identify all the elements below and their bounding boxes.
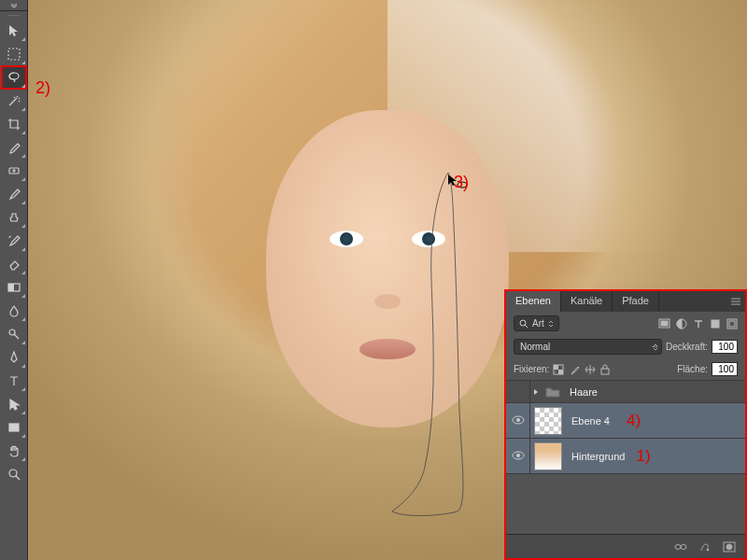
panel-menu-button[interactable] bbox=[726, 291, 745, 312]
svg-point-23 bbox=[516, 454, 520, 457]
tab-ebenen[interactable]: Ebenen bbox=[506, 291, 561, 312]
toolbar-grip[interactable] bbox=[0, 11, 27, 19]
filter-type-icon[interactable] bbox=[693, 318, 704, 329]
svg-rect-6 bbox=[9, 424, 19, 431]
fill-label: Fläche: bbox=[677, 364, 708, 374]
layer-hintergrund[interactable]: Hintergrund 1) bbox=[506, 439, 745, 474]
filter-pixel-icon[interactable] bbox=[658, 318, 670, 329]
svg-point-25 bbox=[681, 544, 686, 549]
layer-style-icon[interactable] bbox=[698, 541, 712, 553]
lock-all-icon[interactable] bbox=[600, 364, 610, 375]
panel-tabs: Ebenen Kanäle Pfade bbox=[506, 291, 745, 312]
tools-toolbar bbox=[0, 0, 28, 560]
pen-tool[interactable] bbox=[2, 346, 26, 369]
gradient-tool[interactable] bbox=[2, 276, 26, 299]
move-tool[interactable] bbox=[2, 20, 26, 42]
svg-rect-0 bbox=[8, 49, 20, 60]
svg-point-7 bbox=[9, 469, 17, 477]
visibility-eye-icon[interactable] bbox=[512, 451, 525, 462]
rectangle-tool[interactable] bbox=[2, 416, 26, 439]
filter-label: Art bbox=[532, 318, 544, 329]
layers-panel-footer bbox=[506, 534, 745, 558]
lock-pixels-icon[interactable] bbox=[569, 364, 580, 375]
svg-point-24 bbox=[675, 544, 681, 549]
lock-transparency-icon[interactable] bbox=[553, 364, 564, 375]
layer-thumbnail bbox=[534, 442, 562, 470]
layer-ebene-4[interactable]: Ebene 4 4) bbox=[506, 403, 745, 439]
path-selection-tool[interactable] bbox=[2, 393, 26, 415]
healing-brush-tool[interactable] bbox=[2, 160, 26, 182]
svg-rect-11 bbox=[661, 321, 668, 326]
layer-group-haare[interactable]: Haare bbox=[506, 381, 745, 403]
layer-name: Haare bbox=[570, 386, 598, 398]
lock-position-icon[interactable] bbox=[585, 364, 596, 375]
svg-rect-4 bbox=[8, 284, 14, 291]
expand-icon[interactable] bbox=[530, 388, 542, 396]
tab-kanaele[interactable]: Kanäle bbox=[561, 291, 613, 312]
filter-shape-icon[interactable] bbox=[710, 318, 721, 329]
layer-name: Hintergrund bbox=[571, 451, 625, 462]
brush-tool[interactable] bbox=[2, 183, 26, 205]
zoom-tool[interactable] bbox=[2, 463, 26, 485]
blend-mode-select[interactable]: Normal bbox=[514, 339, 662, 355]
svg-point-1 bbox=[9, 73, 19, 79]
clone-stamp-tool[interactable] bbox=[2, 206, 26, 229]
svg-rect-19 bbox=[601, 369, 609, 374]
dodge-tool[interactable] bbox=[2, 323, 26, 345]
svg-rect-13 bbox=[712, 320, 719, 328]
svg-point-28 bbox=[726, 544, 732, 550]
filter-adjustment-icon[interactable] bbox=[676, 318, 687, 329]
opacity-label: Deckkraft: bbox=[666, 342, 708, 352]
link-layers-icon[interactable] bbox=[674, 542, 687, 552]
layer-mask-icon[interactable] bbox=[723, 541, 736, 553]
layer-name: Ebene 4 bbox=[571, 415, 610, 427]
hand-tool[interactable] bbox=[2, 440, 26, 462]
lock-label: Fixieren: bbox=[514, 364, 549, 374]
layer-thumbnail bbox=[534, 407, 562, 435]
fill-input[interactable]: 100 bbox=[712, 362, 738, 376]
eraser-tool[interactable] bbox=[2, 253, 26, 275]
type-tool[interactable] bbox=[2, 370, 26, 392]
history-brush-tool[interactable] bbox=[2, 230, 26, 252]
toolbar-expand-button[interactable] bbox=[0, 0, 27, 11]
layer-filter-type[interactable]: Art bbox=[514, 315, 559, 331]
annotation-4: 4) bbox=[627, 412, 641, 430]
svg-rect-15 bbox=[729, 321, 735, 327]
marquee-tool[interactable] bbox=[2, 43, 26, 65]
svg-point-26 bbox=[707, 549, 709, 551]
svg-rect-17 bbox=[554, 365, 558, 370]
blur-tool[interactable] bbox=[2, 300, 26, 322]
crop-tool[interactable] bbox=[2, 113, 26, 135]
magic-wand-tool[interactable] bbox=[2, 90, 26, 112]
tab-pfade[interactable]: Pfade bbox=[613, 291, 659, 312]
svg-point-21 bbox=[516, 418, 520, 422]
opacity-input[interactable]: 100 bbox=[712, 340, 738, 354]
eyedropper-tool[interactable] bbox=[2, 136, 26, 159]
annotation-1: 1) bbox=[636, 447, 650, 466]
lasso-tool[interactable] bbox=[2, 66, 26, 89]
svg-rect-18 bbox=[558, 370, 563, 374]
folder-icon bbox=[545, 385, 560, 398]
filter-smart-icon[interactable] bbox=[726, 318, 738, 329]
layer-list: Haare Ebene 4 4) Hintergrund 1) bbox=[506, 380, 745, 474]
layers-panel: Ebenen Kanäle Pfade Art Normal Deckkraft… bbox=[504, 289, 747, 560]
visibility-eye-icon[interactable] bbox=[512, 415, 525, 427]
